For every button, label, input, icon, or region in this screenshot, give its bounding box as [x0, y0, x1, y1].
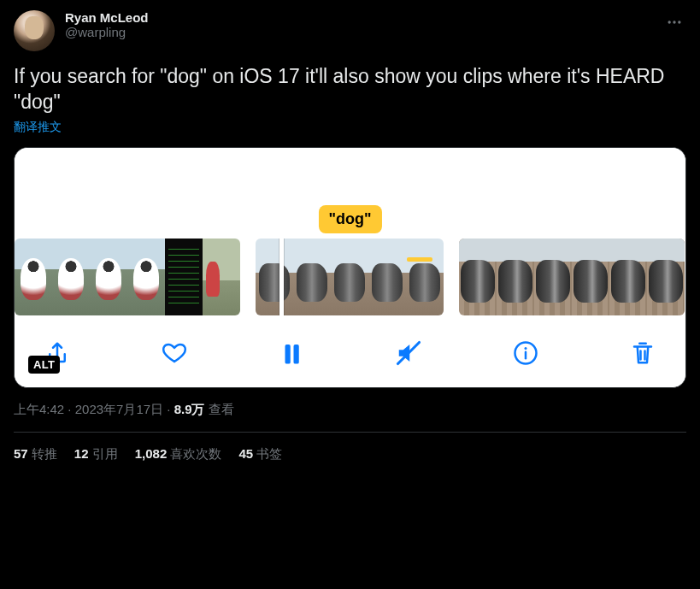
thumbnail	[647, 239, 685, 315]
thumbnail	[15, 239, 52, 315]
avatar[interactable]	[14, 10, 55, 51]
thumbnail	[609, 239, 647, 315]
filmstrip[interactable]	[15, 239, 685, 324]
user-handle: @warpling	[65, 25, 149, 39]
tweet-header: Ryan McLeod @warpling	[14, 10, 686, 51]
svg-point-1	[673, 21, 675, 23]
divider	[14, 432, 686, 433]
thumbnail	[127, 239, 165, 315]
media-toolbar	[15, 324, 685, 387]
thumbnail	[293, 239, 331, 315]
svg-point-8	[525, 347, 527, 350]
thumbnail	[534, 239, 572, 315]
thumbnail	[459, 239, 497, 315]
meta-line: 上午4:42 · 2023年7月17日 · 8.9万 查看	[14, 402, 686, 418]
stats-row: 57 转推 12 引用 1,082 喜欢次数 45 书签	[14, 446, 686, 462]
playhead[interactable]	[279, 239, 284, 315]
retweets-stat[interactable]: 57 转推	[14, 446, 57, 462]
thumbnail	[52, 239, 90, 315]
tweet-text: If you search for "dog" on iOS 17 it'll …	[14, 63, 686, 115]
more-icon[interactable]	[662, 10, 686, 38]
thumbnail	[256, 239, 293, 315]
quotes-stat[interactable]: 12 引用	[74, 446, 118, 462]
clip-2[interactable]	[256, 239, 444, 315]
thumbnail	[165, 239, 203, 315]
svg-rect-3	[285, 345, 291, 364]
user-block[interactable]: Ryan McLeod @warpling	[65, 10, 149, 39]
tweet: Ryan McLeod @warpling If you search for …	[0, 0, 700, 473]
search-term-bubble: "dog"	[318, 205, 381, 233]
views-count: 8.9万	[174, 402, 205, 416]
display-name: Ryan McLeod	[65, 10, 149, 25]
thumbnail	[572, 239, 609, 315]
heart-icon[interactable]	[161, 339, 188, 367]
bookmarks-stat[interactable]: 45 书签	[238, 446, 282, 462]
thumbnail	[203, 239, 240, 315]
thumbnail	[406, 239, 444, 315]
timeline-marker	[407, 257, 432, 262]
trash-icon[interactable]	[629, 339, 656, 367]
post-time[interactable]: 上午4:42	[14, 402, 64, 416]
mute-icon[interactable]	[395, 339, 422, 367]
post-date[interactable]: 2023年7月17日	[75, 402, 163, 416]
pause-icon[interactable]	[278, 339, 305, 367]
clip-3[interactable]	[459, 239, 685, 315]
svg-point-2	[678, 21, 680, 23]
info-icon[interactable]	[512, 339, 539, 367]
media-card[interactable]: "dog"	[14, 147, 686, 388]
views-label: 查看	[205, 402, 234, 416]
thumbnail	[90, 239, 127, 315]
thumbnail	[497, 239, 534, 315]
alt-badge[interactable]: ALT	[28, 356, 60, 374]
thumbnail	[331, 239, 368, 315]
media-top-area: "dog"	[15, 148, 685, 239]
svg-point-0	[668, 21, 671, 23]
clip-1[interactable]	[15, 239, 240, 315]
thumbnail	[368, 239, 406, 315]
translate-link[interactable]: 翻译推文	[14, 120, 686, 135]
likes-stat[interactable]: 1,082 喜欢次数	[135, 446, 222, 462]
svg-rect-4	[294, 345, 299, 364]
